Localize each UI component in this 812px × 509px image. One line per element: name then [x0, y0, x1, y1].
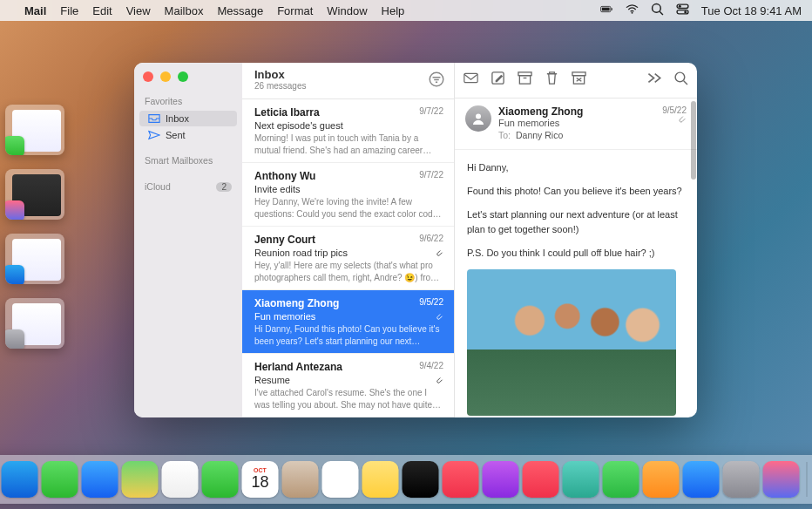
wifi-icon[interactable] — [626, 3, 639, 18]
svg-rect-2 — [611, 8, 612, 10]
sidebar-item-sent[interactable]: Sent — [139, 127, 237, 143]
menubar: Mail File Edit View Mailbox Message Form… — [0, 0, 812, 21]
dock-app-tv[interactable] — [403, 461, 439, 498]
svg-rect-1 — [602, 8, 610, 11]
stage-pile-shortcuts[interactable] — [5, 169, 64, 220]
dock-app-numbers-seafoam[interactable] — [563, 461, 599, 498]
message-row[interactable]: Leticia Ibarra9/7/22 Next episode's gues… — [242, 99, 454, 163]
spotlight-icon[interactable] — [651, 3, 664, 18]
menu-edit[interactable]: Edit — [92, 4, 112, 17]
menu-message[interactable]: Message — [217, 4, 263, 17]
dock-app-messages[interactable] — [42, 461, 78, 498]
message-row[interactable]: Jenny Court9/6/22 Reunion road trip pics… — [242, 227, 454, 290]
menu-mailbox[interactable]: Mailbox — [165, 4, 204, 17]
control-center-icon[interactable] — [676, 3, 689, 18]
menu-format[interactable]: Format — [277, 4, 313, 17]
stage-pile-messages[interactable] — [5, 105, 64, 155]
menu-view[interactable]: View — [126, 4, 151, 17]
row-subject: Resume — [254, 374, 290, 387]
window-controls — [143, 71, 188, 82]
menubar-clock[interactable]: Tue Oct 18 9:41 AM — [701, 4, 802, 17]
sidebar-item-inbox[interactable]: Inbox — [139, 111, 237, 126]
zoom-button[interactable] — [178, 71, 188, 82]
row-preview: Hi Danny, Found this photo! Can you beli… — [254, 323, 443, 347]
row-date: 9/4/22 — [419, 360, 443, 374]
battery-icon[interactable] — [600, 3, 613, 18]
dock-app-mail[interactable] — [82, 461, 118, 498]
message-row[interactable]: Herland Antezana9/4/22 Resume I've attac… — [242, 354, 454, 417]
message-to: Danny Rico — [516, 130, 563, 140]
dock-app-numbers[interactable] — [603, 461, 639, 498]
message-header: 9/5/22 Xiaomeng Zhong Fun memories To:Da… — [455, 98, 697, 150]
row-date: 9/6/22 — [419, 233, 443, 247]
svg-point-17 — [675, 72, 685, 82]
dock-app-settings[interactable] — [723, 461, 760, 498]
svg-point-9 — [684, 10, 687, 13]
menu-help[interactable]: Help — [382, 4, 405, 17]
row-preview: Morning! I was put in touch with Tania b… — [254, 132, 443, 156]
dock-app-notes[interactable] — [362, 461, 399, 498]
body-line: Hi Danny, — [467, 160, 685, 175]
list-subtitle: 26 messages — [254, 81, 428, 91]
minimize-button[interactable] — [160, 71, 171, 82]
attachment-icon — [436, 313, 443, 321]
stage-pile-safari[interactable] — [5, 234, 64, 284]
dock-app-maps[interactable] — [122, 461, 159, 498]
row-from: Herland Antezana — [254, 360, 342, 374]
dock-app-shortcuts[interactable] — [763, 461, 800, 498]
dock-app-music[interactable] — [443, 461, 479, 498]
avatar — [465, 105, 491, 132]
svg-point-8 — [679, 5, 681, 8]
sent-icon — [148, 130, 160, 140]
search-button[interactable] — [673, 71, 688, 89]
mail-sidebar: Favorites Inbox Sent Smart Mailboxes iCl… — [134, 63, 242, 417]
menu-window[interactable]: Window — [327, 4, 367, 17]
dock-app-photos[interactable] — [162, 461, 199, 498]
sidebar-item-label: Sent — [166, 130, 186, 140]
dock-app-safari[interactable] — [2, 461, 38, 498]
dock-app-calendar[interactable]: OCT18 — [242, 461, 279, 498]
sidebar-header-icloud[interactable]: iCloud 2 — [134, 178, 242, 195]
svg-point-4 — [652, 4, 660, 13]
dock-app-appstore[interactable] — [683, 461, 720, 498]
row-subject: Next episode's guest — [254, 119, 343, 132]
mark-unread-button[interactable] — [464, 71, 478, 89]
row-subject: Reunion road trip pics — [254, 247, 348, 260]
message-row[interactable]: Xiaomeng Zhong9/5/22 Fun memories Hi Dan… — [242, 290, 454, 354]
menu-file[interactable]: File — [60, 4, 78, 17]
junk-button[interactable] — [572, 71, 586, 89]
list-title: Inbox — [254, 68, 428, 81]
dock: OCT18 — [0, 455, 812, 504]
dock-app-reminders[interactable] — [322, 461, 359, 498]
row-from: Jenny Court — [254, 233, 315, 247]
message-date: 9/5/22 — [662, 105, 687, 115]
compose-button[interactable] — [491, 71, 505, 89]
app-menu[interactable]: Mail — [24, 4, 46, 17]
svg-line-5 — [660, 11, 663, 15]
sidebar-header-favorites: Favorites — [134, 92, 242, 110]
to-label: To: — [498, 130, 511, 140]
dock-app-facetime[interactable] — [202, 461, 239, 498]
row-from: Xiaomeng Zhong — [254, 296, 339, 310]
body-line: Let's start planning our next adventure … — [467, 207, 685, 237]
message-subject: Fun memories — [498, 118, 662, 128]
stage-pile-settings[interactable] — [5, 298, 64, 349]
list-scrollbar[interactable] — [691, 101, 696, 417]
close-button[interactable] — [143, 71, 153, 82]
dock-app-podcasts[interactable] — [483, 461, 519, 498]
more-button[interactable] — [646, 71, 661, 89]
message-row[interactable]: Anthony Wu9/7/22 Invite edits Hey Danny,… — [242, 163, 454, 227]
row-subject: Fun memories — [254, 310, 315, 323]
dock-app-news[interactable] — [523, 461, 559, 498]
filter-button[interactable] — [428, 71, 445, 88]
dock-separator — [807, 462, 808, 497]
attached-photo[interactable] — [467, 269, 676, 416]
row-preview: I've attached Carol's resume. She's the … — [254, 387, 443, 411]
mail-window: Favorites Inbox Sent Smart Mailboxes iCl… — [134, 63, 697, 417]
archive-button[interactable] — [518, 71, 532, 89]
dock-app-contacts[interactable] — [282, 461, 319, 498]
delete-button[interactable] — [545, 71, 559, 89]
dock-app-pages[interactable] — [643, 461, 680, 498]
message-list: Inbox 26 messages Leticia Ibarra9/7/22 N… — [242, 63, 455, 417]
body-line: P.S. Do you think I could pull off blue … — [467, 246, 685, 261]
